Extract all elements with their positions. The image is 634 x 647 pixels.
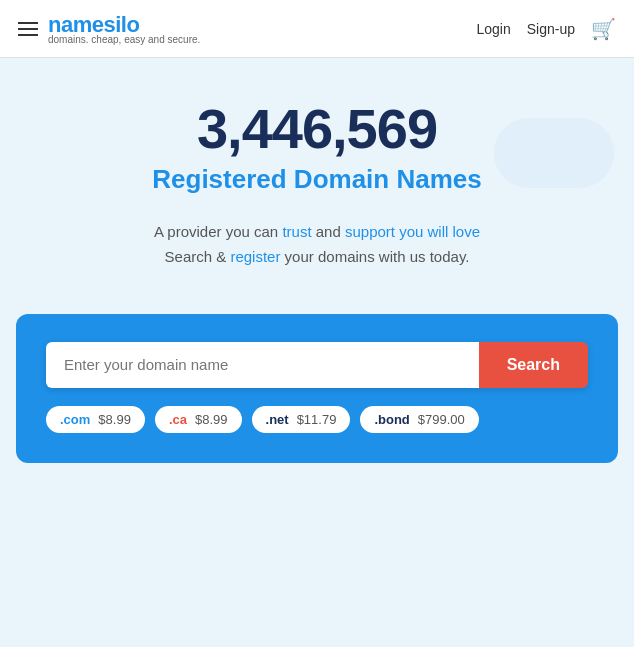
tld-name-ca: .ca bbox=[169, 412, 187, 427]
tld-name-net: .net bbox=[266, 412, 289, 427]
tld-badge-ca[interactable]: .ca $8.99 bbox=[155, 406, 242, 433]
hero-desc-line1: A provider you can trust and support you… bbox=[20, 219, 614, 245]
header-left: namesilo domains. cheap, easy and secure… bbox=[18, 12, 200, 45]
login-link[interactable]: Login bbox=[476, 21, 510, 37]
cloud-decoration bbox=[494, 118, 614, 188]
signup-link[interactable]: Sign-up bbox=[527, 21, 575, 37]
tld-name-bond: .bond bbox=[374, 412, 409, 427]
hero-desc-line2: Search & register your domains with us t… bbox=[20, 244, 614, 270]
header-nav: Login Sign-up 🛒 bbox=[476, 17, 616, 41]
logo[interactable]: namesilo domains. cheap, easy and secure… bbox=[48, 12, 200, 45]
tld-list: .com $8.99 .ca $8.99 .net $11.79 .bond $… bbox=[46, 406, 588, 433]
tld-badge-net[interactable]: .net $11.79 bbox=[252, 406, 351, 433]
highlight-will-love: will love bbox=[428, 223, 481, 240]
search-button[interactable]: Search bbox=[479, 342, 588, 388]
hero-section: 3,446,569 Registered Domain Names A prov… bbox=[0, 58, 634, 290]
search-section: Search .com $8.99 .ca $8.99 .net $11.79 … bbox=[16, 314, 618, 463]
search-input[interactable] bbox=[46, 342, 479, 388]
tld-price-com: $8.99 bbox=[98, 412, 131, 427]
highlight-support: support you bbox=[345, 223, 423, 240]
tld-price-ca: $8.99 bbox=[195, 412, 228, 427]
search-box: Search bbox=[46, 342, 588, 388]
hamburger-menu[interactable] bbox=[18, 22, 38, 36]
header: namesilo domains. cheap, easy and secure… bbox=[0, 0, 634, 58]
tld-price-bond: $799.00 bbox=[418, 412, 465, 427]
highlight-trust: trust bbox=[282, 223, 311, 240]
cart-icon[interactable]: 🛒 bbox=[591, 17, 616, 41]
hero-description: A provider you can trust and support you… bbox=[20, 219, 614, 270]
tld-price-net: $11.79 bbox=[297, 412, 337, 427]
logo-tagline: domains. cheap, easy and secure. bbox=[48, 34, 200, 45]
tld-badge-bond[interactable]: .bond $799.00 bbox=[360, 406, 478, 433]
tld-badge-com[interactable]: .com $8.99 bbox=[46, 406, 145, 433]
highlight-register: register bbox=[230, 248, 280, 265]
tld-name-com: .com bbox=[60, 412, 90, 427]
